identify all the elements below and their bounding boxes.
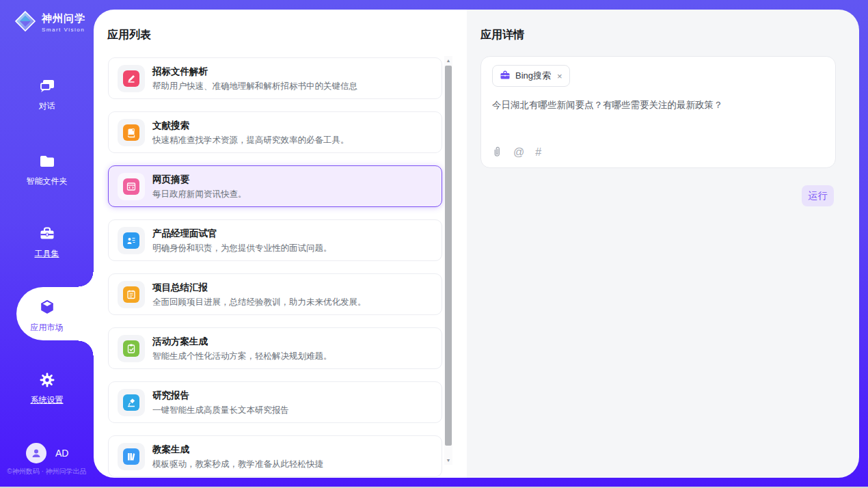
sidebar-item-label: 智能文件夹 bbox=[27, 176, 68, 187]
sidebar-item-label: 应用市场 bbox=[31, 322, 64, 334]
app-card-desc: 一键智能生成高质量长文本研究报告 bbox=[152, 405, 289, 416]
scroll-up-icon[interactable]: ▲ bbox=[444, 58, 452, 63]
briefcase-icon bbox=[500, 70, 511, 83]
app-card-title: 文献搜索 bbox=[152, 120, 189, 132]
app-card-title: 网页摘要 bbox=[152, 174, 189, 186]
book-icon bbox=[123, 124, 139, 141]
tool-tag-label: Bing搜索 bbox=[515, 70, 551, 82]
app-card-title: 教案生成 bbox=[152, 444, 189, 456]
app-card-desc: 全面回顾项目进展，总结经验教训，助力未来优化发展。 bbox=[152, 297, 366, 308]
app-card-webpage-summary[interactable]: 网页摘要 每日政府新闻资讯快查。 bbox=[108, 165, 442, 207]
interviewer-icon bbox=[123, 232, 139, 249]
paperclip-icon[interactable] bbox=[492, 146, 502, 159]
app-card-desc: 帮助用户快速、准确地理解和解析招标书中的关键信息 bbox=[152, 81, 357, 92]
app-list-scrollbar[interactable]: ▲ ▼ bbox=[444, 56, 452, 465]
webpage-code-icon bbox=[123, 178, 139, 195]
close-icon[interactable]: × bbox=[557, 71, 562, 81]
app-card-list: 招标文件解析 帮助用户快速、准确地理解和解析招标书中的关键信息 bbox=[108, 57, 442, 478]
app-card-desc: 快速精准查找学术资源，提高研究效率的必备工具。 bbox=[152, 135, 349, 146]
main-content: 应用列表 招标文件解析 帮助用户快速、准确地理解和解析招标书中的关键信息 bbox=[94, 10, 859, 478]
app-card-research-report[interactable]: 研究报告 一键智能生成高质量长文本研究报告 bbox=[108, 381, 442, 423]
toolbox-icon bbox=[0, 224, 94, 243]
at-mention-icon[interactable]: @ bbox=[513, 147, 524, 158]
app-card-project-summary[interactable]: 项目总结汇报 全面回顾项目进展，总结经验教训，助力未来优化发展。 bbox=[108, 273, 442, 315]
report-notes-icon bbox=[123, 286, 139, 303]
folder-icon bbox=[0, 152, 94, 171]
chat-bubbles-icon bbox=[0, 77, 94, 96]
query-input-area[interactable]: Bing搜索 × 今日湖北有哪些新闻要点？有哪些需要关注的最新政策？ @ # bbox=[480, 56, 836, 168]
hash-tag-icon[interactable]: # bbox=[535, 147, 541, 158]
app-card-desc: 每日政府新闻资讯快查。 bbox=[152, 189, 247, 200]
brand-logo: 神州问学 Smart Vision bbox=[14, 10, 85, 35]
brand-name: 神州问学 bbox=[42, 12, 85, 25]
app-card-desc: 明确身份和职责，为您提供专业性的面试问题。 bbox=[152, 243, 332, 254]
clipboard-check-icon bbox=[123, 340, 139, 357]
brand-subtitle: Smart Vision bbox=[42, 27, 85, 33]
app-card-event-plan[interactable]: 活动方案生成 智能生成个性化活动方案，轻松解决规划难题。 bbox=[108, 327, 442, 369]
app-card-title: 研究报告 bbox=[152, 390, 189, 402]
sidebar-item-label: 对话 bbox=[39, 100, 55, 112]
app-card-title: 产品经理面试官 bbox=[152, 228, 217, 240]
app-card-literature-search[interactable]: 文献搜索 快速精准查找学术资源，提高研究效率的必备工具。 bbox=[108, 111, 442, 153]
input-toolbar: @ # bbox=[492, 146, 541, 159]
tool-tag-bing-search[interactable]: Bing搜索 × bbox=[492, 65, 570, 87]
app-card-title: 活动方案生成 bbox=[152, 336, 208, 348]
app-detail-title: 应用详情 bbox=[480, 28, 524, 42]
cube-icon bbox=[0, 298, 94, 317]
sidebar-item-app-market[interactable]: 应用市场 bbox=[0, 298, 94, 334]
microscope-icon bbox=[123, 394, 139, 411]
scroll-down-icon[interactable]: ▼ bbox=[444, 458, 452, 463]
sidebar-item-smart-folder[interactable]: 智能文件夹 bbox=[0, 152, 94, 187]
sidebar: 神州问学 Smart Vision 对话 智能文件夹 bbox=[0, 0, 94, 488]
copyright-footer: ©神州数码 · 神州问学出品 bbox=[0, 467, 94, 476]
app-card-lesson-plan[interactable]: 教案生成 模板驱动，教案秒成，教学准备从此轻松快捷 bbox=[108, 435, 442, 477]
gem-diamond-icon bbox=[14, 10, 36, 35]
app-list-title: 应用列表 bbox=[107, 28, 151, 42]
query-text[interactable]: 今日湖北有哪些新闻要点？有哪些需要关注的最新政策？ bbox=[492, 99, 824, 111]
app-detail-panel: 应用详情 Bing搜索 × 今日湖北有哪些新闻要点？有哪些需要关注的最新政 bbox=[467, 10, 859, 478]
sidebar-item-label: 系统设置 bbox=[31, 394, 64, 406]
sidebar-item-label: 工具集 bbox=[35, 248, 59, 260]
books-icon bbox=[123, 448, 139, 465]
user-avatar-icon bbox=[26, 443, 46, 463]
user-account[interactable]: AD bbox=[26, 443, 68, 463]
sidebar-item-chat[interactable]: 对话 bbox=[0, 77, 94, 112]
user-name: AD bbox=[55, 448, 68, 459]
app-list-panel: 应用列表 招标文件解析 帮助用户快速、准确地理解和解析招标书中的关键信息 bbox=[94, 10, 467, 478]
sidebar-item-toolset[interactable]: 工具集 bbox=[0, 224, 94, 260]
app-card-pm-interviewer[interactable]: 产品经理面试官 明确身份和职责，为您提供专业性的面试问题。 bbox=[108, 219, 442, 261]
app-card-title: 招标文件解析 bbox=[152, 66, 208, 78]
sidebar-item-settings[interactable]: 系统设置 bbox=[0, 370, 94, 406]
run-button[interactable]: 运行 bbox=[802, 185, 834, 206]
app-card-desc: 模板驱动，教案秒成，教学准备从此轻松快捷 bbox=[152, 459, 323, 470]
app-card-title: 项目总结汇报 bbox=[152, 282, 208, 294]
scrollbar-thumb[interactable] bbox=[445, 66, 452, 446]
app-card-bid-document-parse[interactable]: 招标文件解析 帮助用户快速、准确地理解和解析招标书中的关键信息 bbox=[108, 57, 442, 99]
gear-icon bbox=[0, 370, 94, 390]
app-card-desc: 智能生成个性化活动方案，轻松解决规划难题。 bbox=[152, 351, 332, 362]
document-edit-icon bbox=[123, 70, 139, 87]
